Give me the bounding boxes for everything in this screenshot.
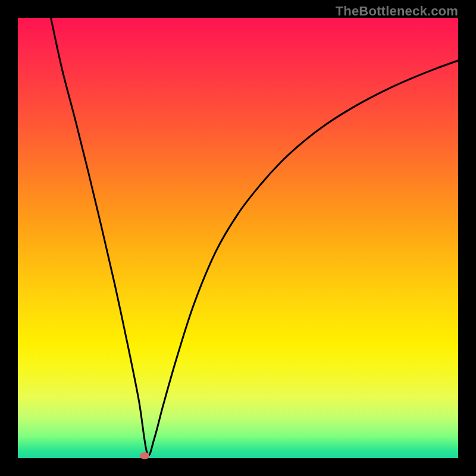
minimum-marker — [140, 452, 149, 459]
watermark-text: TheBottleneck.com — [336, 4, 458, 19]
curve-svg — [18, 18, 458, 458]
plot-area — [18, 18, 458, 458]
bottleneck-curve — [51, 18, 459, 455]
chart-frame: TheBottleneck.com — [0, 0, 476, 476]
